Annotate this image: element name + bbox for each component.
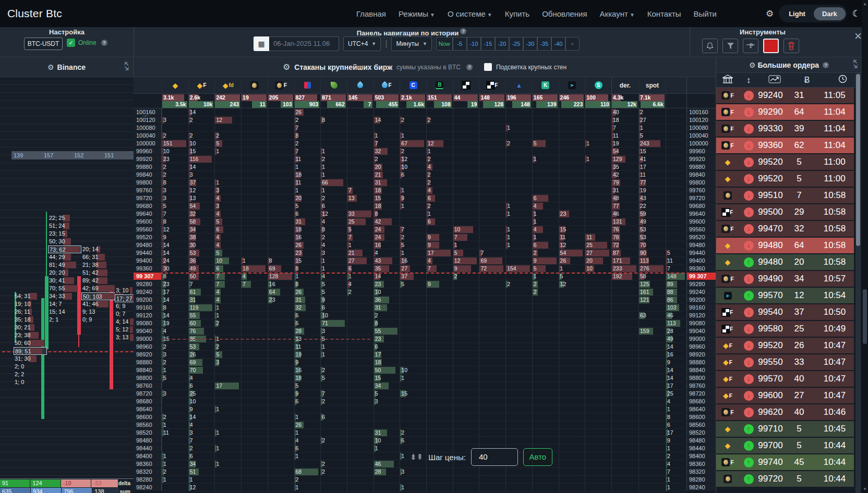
orderbook-row[interactable]: 9960085853142542611314999600	[134, 218, 716, 226]
big-order-row[interactable]: ◆↑994802010:58	[716, 254, 854, 270]
cluster-chart[interactable]: 139157152151 91124-18-53delta63593479613…	[0, 77, 134, 493]
exchange-header-cbox[interactable]: C	[400, 77, 426, 93]
exchange-header-tri[interactable]: ▲	[505, 77, 532, 93]
theme-toggle[interactable]: Light Dark	[779, 5, 847, 22]
history-jump-button--40[interactable]: -40	[551, 37, 565, 51]
expand-icon[interactable]: ⇱⇲	[853, 59, 858, 69]
big-order-row[interactable]: F↓995802510:49	[716, 321, 854, 337]
orderbook-row[interactable]: 988802693918998880	[134, 359, 716, 366]
orderbook-row[interactable]: 98480742106998480	[134, 437, 716, 445]
exchange-header-bybit_f[interactable]: F	[268, 77, 294, 93]
history-jump-button--5[interactable]: -5	[453, 37, 467, 51]
exchange-header-okx[interactable]	[453, 77, 479, 93]
orderbook-row[interactable]: 1000807171100080	[134, 124, 716, 132]
orderbook-row[interactable]: 99680554356181214772299680	[134, 202, 716, 210]
exchange-header-binance_f[interactable]: ◆F	[188, 77, 215, 93]
history-jump-button--30[interactable]: -30	[523, 37, 537, 51]
walls-checkbox[interactable]	[484, 63, 492, 71]
orderbook-row[interactable]: 10000015110527671225119243100000	[134, 140, 716, 147]
big-order-row[interactable]: ◆↓99520511:00	[716, 171, 854, 187]
exchange-header-leaf[interactable]	[320, 77, 347, 93]
scroll-up-arrow[interactable]: ▲	[863, 2, 867, 6]
color-swatch-icon[interactable]	[763, 39, 779, 53]
big-order-row[interactable]: F↓995002910:58	[716, 204, 854, 220]
history-jump-button-Now[interactable]: Now	[436, 37, 453, 51]
big-order-row[interactable]: ◆F↓996002710:47	[716, 388, 854, 403]
brand-logo[interactable]: Cluster Btc	[7, 7, 62, 20]
big-order-row[interactable]: ◆F↓995202610:47	[716, 338, 854, 353]
exchange-header-okx_f[interactable]: F	[479, 77, 505, 93]
exchange-header-binance[interactable]: ◆	[162, 77, 188, 93]
big-order-row[interactable]: ↓99510710:58	[716, 188, 854, 203]
price-step-input[interactable]: 40	[471, 448, 518, 466]
exchange-header-scirc[interactable]: S	[585, 77, 611, 93]
nav-item-Купить[interactable]: Купить	[505, 9, 529, 18]
orderbook-grid[interactable]: 1001601426402100160100120321228142218271…	[134, 108, 716, 493]
date-picker[interactable]: ▦ 06-Jan-2025 11.06	[254, 36, 339, 51]
funnel-icon[interactable]	[722, 39, 738, 53]
orderbook-row[interactable]: 9948014304264116591161225727099480	[134, 241, 716, 249]
exchange-header-binance_fd[interactable]: ◆fd	[214, 77, 241, 93]
auto-button[interactable]: Авто	[523, 448, 552, 466]
big-order-row[interactable]: ➤↑995701210:54	[716, 288, 854, 303]
exchange-header-rb[interactable]	[294, 77, 321, 93]
orderbook-row[interactable]: 10012032122814221827100120	[134, 116, 716, 124]
orderbook-row[interactable]: 9972031342021315966484399720	[134, 194, 716, 202]
orderbook-row[interactable]: 992802377716854235922121258999280	[134, 280, 716, 288]
big-order-row[interactable]: F↓992403111:05	[716, 88, 854, 103]
help-icon[interactable]: ?	[823, 62, 829, 68]
orderbook-row[interactable]: 99 3078507412814114372151925814899 307	[134, 273, 716, 280]
orderbook-row[interactable]: 982401211198240	[134, 484, 716, 491]
history-jump-button--10[interactable]: -10	[467, 37, 481, 51]
big-order-row[interactable]: F↓996204010:46	[716, 404, 854, 420]
orders-scrollbar-thumb[interactable]	[856, 74, 860, 246]
orderbook-row[interactable]: 9864091198640	[134, 405, 716, 413]
calendar-icon[interactable]: ▦	[254, 36, 269, 51]
orderbook-row[interactable]: 98320251682283798320	[134, 468, 716, 476]
orders-scrollbar[interactable]	[855, 73, 861, 493]
big-order-row[interactable]: ◆F↓995503310:47	[716, 354, 854, 370]
orderbook-row[interactable]: 9868010623498680	[134, 398, 716, 405]
orderbook-row[interactable]: 99640732461233811123465999640	[134, 210, 716, 218]
interval-select[interactable]: Минуты▼	[391, 36, 431, 51]
exchange-header-spot[interactable]: spot	[638, 77, 666, 93]
exchange-header-drop_f[interactable]: F	[373, 77, 400, 93]
date-input[interactable]: 06-Jan-2025 11.06	[269, 36, 339, 51]
orderbook-row[interactable]: 9936030496186981635277972154511023327679…	[134, 265, 716, 273]
gear-icon[interactable]: ⚙	[47, 63, 54, 71]
gear-icon[interactable]: ⚙	[749, 61, 756, 69]
orderbook-row[interactable]: 985601426698560	[134, 421, 716, 429]
orderbook-row[interactable]: 9908019602671811399080	[134, 319, 716, 327]
history-jump-button-»[interactable]: »	[565, 37, 580, 51]
exchange-header-drop[interactable]	[347, 77, 373, 93]
orderbook-row[interactable]: 98960253211161498960	[134, 343, 716, 351]
help-icon[interactable]: ?	[460, 28, 466, 34]
nav-item-О системе[interactable]: О системе▼	[448, 9, 492, 18]
orderbook-row[interactable]: 99920231161122122111294199920	[134, 155, 716, 163]
exchange-header-kbox[interactable]: K	[532, 77, 559, 93]
history-jump-button--35[interactable]: -35	[537, 37, 551, 51]
nav-item-Обновления[interactable]: Обновления	[542, 9, 587, 18]
big-order-row[interactable]: ◆F↓995704010:47	[716, 371, 854, 387]
scroll-down-arrow[interactable]: ▼	[863, 487, 867, 491]
orderbook-row[interactable]: 99560123461885247101415765399560	[134, 226, 716, 233]
symbol-input[interactable]: BTC-USDT	[24, 38, 63, 50]
orderbook-row[interactable]: 98720325975152598720	[134, 390, 716, 398]
big-order-row[interactable]: F↓995403710:50	[716, 304, 854, 320]
orderbook-row[interactable]: 989203265191171698920	[134, 351, 716, 359]
exchange-header-bbox[interactable]: B	[426, 77, 453, 93]
nav-item-Режимы[interactable]: Режимы▼	[399, 9, 435, 18]
slider-icon[interactable]	[743, 39, 758, 53]
orderbook-row[interactable]: 994401453523321411757254278790599440	[134, 249, 716, 257]
settings-gear-icon[interactable]: ⚙	[766, 8, 774, 19]
big-order-row[interactable]: ◆↑99700510:44	[716, 438, 854, 453]
orderbook-row[interactable]: 99160811913263110399160	[134, 304, 716, 312]
big-order-row[interactable]: F↓993303911:04	[716, 121, 854, 137]
big-order-row[interactable]: ◆↓994806410:58	[716, 238, 854, 253]
trash-icon[interactable]	[783, 39, 799, 53]
orderbook-row[interactable]: 98520113113121798520	[134, 429, 716, 437]
history-jump-button--15[interactable]: -15	[481, 37, 495, 51]
orderbook-row[interactable]: 998802141120104351799880	[134, 163, 716, 171]
nav-item-Аккаунт[interactable]: Аккаунт▼	[600, 9, 635, 18]
big-order-row[interactable]: ◆↓99520511:00	[716, 154, 854, 170]
